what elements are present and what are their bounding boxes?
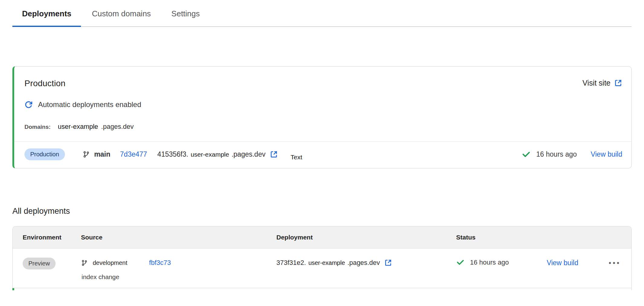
check-icon [456, 258, 465, 267]
commit-link[interactable]: 7d3e477 [120, 150, 147, 158]
refresh-icon [24, 101, 33, 109]
deployment-url: 415356f3. user-example .pages.dev [157, 150, 278, 158]
view-build-link[interactable]: View build [591, 150, 622, 158]
production-card-top: Production Visit site Automa [14, 67, 631, 142]
column-header-status: Status [456, 234, 547, 241]
branch-name: development [93, 259, 127, 266]
tab-bar: Deployments Custom domains Settings [12, 0, 632, 27]
deployment-id: 415356f3. [157, 150, 188, 158]
table-row: Preview development fbf3c73 index change [13, 249, 631, 288]
deployment-id: 373f31e2. [276, 259, 306, 267]
external-link-icon[interactable] [384, 259, 392, 267]
deployment-time: 16 hours ago [536, 150, 577, 158]
git-branch-icon [81, 259, 88, 266]
table-header-row: Environment Source Deployment Status [13, 226, 631, 249]
git-branch-icon [82, 151, 90, 158]
overflow-menu-icon[interactable]: ••• [609, 257, 631, 267]
commit-message: index change [82, 273, 276, 281]
tab-deployments[interactable]: Deployments [12, 9, 81, 26]
deployment-url: 373f31e2. user-example .pages.dev [276, 257, 456, 267]
tab-settings[interactable]: Settings [162, 9, 209, 26]
deployments-table: Environment Source Deployment Status Pre… [12, 226, 632, 288]
domain-suffix: .pages.dev [101, 123, 134, 131]
production-card: Production Visit site Automa [12, 66, 632, 168]
external-link-icon[interactable] [270, 150, 278, 158]
environment-badge-production: Production [24, 148, 65, 160]
environment-badge-preview: Preview [23, 258, 56, 269]
column-header-environment: Environment [23, 234, 81, 241]
domains-label: Domains: [24, 124, 51, 130]
deployment-host: user-example [191, 151, 229, 158]
column-header-deployment: Deployment [276, 234, 456, 241]
tab-custom-domains[interactable]: Custom domains [82, 9, 160, 26]
production-card-title: Production [24, 79, 66, 88]
view-build-link[interactable]: View build [547, 257, 609, 267]
branch-name: main [94, 150, 111, 158]
check-icon [522, 150, 531, 159]
commit-link[interactable]: fbf3c73 [149, 259, 171, 267]
production-deployment-row: Production main 7d3e477 415356f3. user-e… [14, 142, 631, 168]
next-row-accent-peek [12, 288, 632, 290]
deployment-suffix: .pages.dev [347, 259, 380, 267]
external-link-icon [614, 79, 622, 87]
commit-message: Text [291, 154, 302, 161]
visit-site-label: Visit site [582, 79, 610, 87]
deployment-time: 16 hours ago [470, 259, 509, 266]
column-header-source: Source [81, 234, 276, 241]
auto-deployments-text: Automatic deployments enabled [38, 100, 141, 109]
deployment-suffix: .pages.dev [231, 150, 266, 158]
all-deployments-title: All deployments [12, 207, 632, 216]
visit-site-link[interactable]: Visit site [582, 79, 622, 87]
deployment-host: user-example [308, 259, 345, 266]
domain-name: user-example [58, 123, 98, 131]
